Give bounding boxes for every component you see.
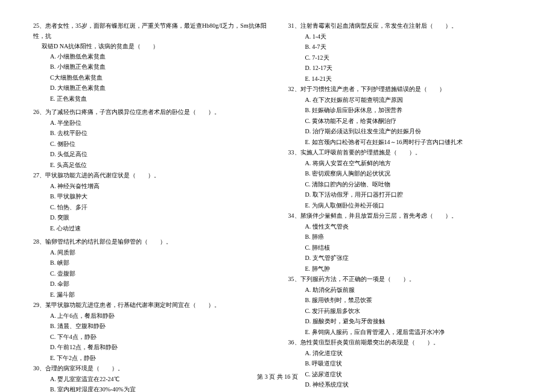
q31-stem: 31、注射青霉素引起血清病型反应，常发生在注射后（ ）。 <box>288 21 525 31</box>
q29-opt-d: D. 午前12点，餐后和静卧 <box>33 343 270 353</box>
q35-opt-d: D. 服酸类时，避免与牙齿接触 <box>288 317 525 327</box>
q33-stem: 33、实施人工呼吸前首要的护理措施是（ ）。 <box>288 148 525 158</box>
q34-opt-c: C. 肺结核 <box>288 243 525 253</box>
q34-opt-d: D. 支气管扩张症 <box>288 253 525 264</box>
q27-opt-b: B. 甲状腺肿大 <box>33 192 270 202</box>
left-column: 25、患者女性，35岁，面部有蝶形红斑，严重关节疼痛，最近查Hb80g/I乏力，… <box>33 21 270 392</box>
q28-opt-e: E. 漏斗部 <box>33 290 270 300</box>
q35-opt-b: B. 服用铁剂时，禁忌饮茶 <box>288 296 525 306</box>
q25-opt-b: B. 小细胞正色素贫血 <box>33 62 270 72</box>
q35-opt-c: C. 发汗药服后多饮水 <box>288 306 525 317</box>
q36-opt-b: B. 呼吸道症状 <box>288 359 525 369</box>
q33-opt-e: E. 为病人取侧卧位并松开领口 <box>288 201 525 211</box>
q34-opt-b: B. 肺癌 <box>288 232 525 242</box>
q28-stem: 28、输卵管结扎术的结扎部位是输卵管的（ ）。 <box>33 237 270 247</box>
q33-opt-c: C. 清除口腔内的分泌物、呕吐物 <box>288 180 525 190</box>
q32-opt-e: E. 如宫颈内口松弛者可在妊娠14～16周时行子宫内口缝扎术 <box>288 138 525 148</box>
q25-opt-d: D. 大细胞正色素贫血 <box>33 83 270 93</box>
q26-opt-c: C. 侧卧位 <box>33 139 270 150</box>
q25-stem-line1: 25、患者女性，35岁，面部有蝶形红斑，严重关节疼痛，最近查Hb80g/I乏力，… <box>33 21 270 41</box>
q35-stem: 35、下列服药方法，不正确的一项是（ ）。 <box>288 274 525 285</box>
q31-opt-b: B. 4-7天 <box>288 42 525 52</box>
q25-opt-e: E. 正色素贫血 <box>33 94 270 104</box>
q29-opt-c: C. 下午4点，静卧 <box>33 332 270 343</box>
q26-opt-d: D. 头低足高位 <box>33 150 270 160</box>
q26-opt-a: A. 半坐卧位 <box>33 118 270 128</box>
q27-opt-d: D. 突眼 <box>33 213 270 223</box>
q28-opt-c: C. 壶腹部 <box>33 269 270 279</box>
q29-opt-b: B. 清晨、空腹和静卧 <box>33 321 270 332</box>
q26-opt-e: E. 头高足低位 <box>33 160 270 171</box>
q36-opt-a: A. 消化道症状 <box>288 349 525 359</box>
q28-opt-b: B. 峡部 <box>33 258 270 268</box>
q27-stem: 27、甲状腺功能亢进的高代谢症状是（ ）。 <box>33 171 270 181</box>
q29-opt-a: A. 上午6点，餐后和静卧 <box>33 311 270 321</box>
q32-opt-a: A. 在下次妊娠前尽可能查明流产原因 <box>288 95 525 106</box>
q26-opt-b: B. 去枕平卧位 <box>33 128 270 139</box>
q28-opt-a: A. 间质部 <box>33 248 270 258</box>
q33-opt-a: A. 将病人安置在空气新鲜的地方 <box>288 159 525 169</box>
q33-opt-d: D. 取下活动假牙，用开口器打开口腔 <box>288 190 525 200</box>
q36-stem: 36、急性黄疸型肝炎黄疸前期最突出的表现是（ ）。 <box>288 338 525 348</box>
q28-opt-d: D. 伞部 <box>33 279 270 289</box>
q32-opt-d: D. 治疗期必须达到以往发生流产的妊娠月份 <box>288 127 525 137</box>
q34-opt-a: A. 慢性支气管炎 <box>288 222 525 232</box>
q35-opt-e: E. 鼻饲病人服药，应自胃管灌入，灌后需温开水冲净 <box>288 327 525 338</box>
q29-opt-e: E. 下午2点，静卧 <box>33 353 270 364</box>
page-footer: 第 3 页 共 16 页 <box>0 373 555 381</box>
q25-opt-c: C大细胞低色素贫血 <box>33 73 270 83</box>
q36-opt-d: D. 神经系统症状 <box>288 380 525 390</box>
q31-opt-d: D. 12-17天 <box>288 63 525 74</box>
q31-opt-a: A. 1-4天 <box>288 32 525 42</box>
q31-opt-e: E. 14-21天 <box>288 74 525 84</box>
q32-opt-b: B. 妊娠确诊后应卧床休息，加强营养 <box>288 106 525 116</box>
right-column: 31、注射青霉素引起血清病型反应，常发生在注射后（ ）。 A. 1-4天 B. … <box>288 21 525 392</box>
q32-opt-c: C. 黄体功能不足者，给黄体酮治疗 <box>288 116 525 127</box>
q32-stem: 32、对于习惯性流产患者，下列护理措施错误的是（ ） <box>288 84 525 95</box>
q27-opt-a: A. 神经兴奋性增高 <box>33 182 270 192</box>
q35-opt-a: A. 助消化药饭前服 <box>288 285 525 296</box>
q27-opt-e: E. 心动过速 <box>33 224 270 234</box>
q34-opt-e: E. 肺气肿 <box>288 264 525 274</box>
q34-stem: 34、脓痰伴少量鲜血，并且放置后分三层，首先考虑（ ）。 <box>288 211 525 221</box>
q27-opt-c: C. 怕热、多汗 <box>33 203 270 213</box>
q31-opt-c: C. 7-12天 <box>288 53 525 63</box>
q33-opt-b: B. 密切观察病人胸部的起伏状况 <box>288 169 525 179</box>
q30-opt-b: B. 室内相对湿度在30%-40%为宜 <box>33 385 270 392</box>
q26-stem: 26、为了减轻伤口疼痛，子宫内膜异位症患者术后的卧位是（ ）。 <box>33 107 270 118</box>
q25-stem-line2: 双链D NA抗体阳性，该病的贫血是（ ） <box>33 42 270 52</box>
q25-opt-a: A. 小细胞低色素贫血 <box>33 52 270 62</box>
q29-stem: 29、某甲状腺功能亢进症患者，行基础代谢率测定时间宜在（ ）。 <box>33 300 270 311</box>
